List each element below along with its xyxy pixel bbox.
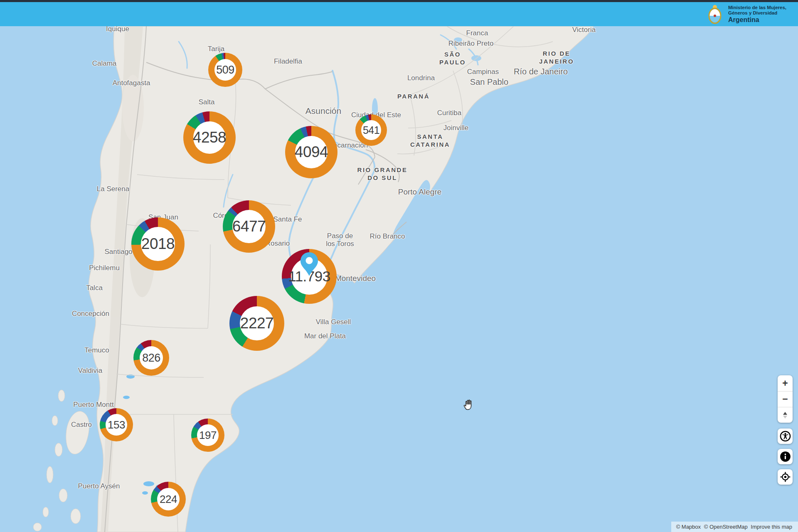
cluster-inner-circle: 541	[361, 120, 381, 140]
minus-icon: −	[782, 394, 788, 404]
locate-button[interactable]	[778, 469, 793, 485]
ministry-country: Argentina	[728, 16, 786, 24]
cluster-marker-2227[interactable]: 2227	[229, 296, 284, 351]
cluster-marker-2018[interactable]: 2018	[131, 217, 185, 271]
cluster-inner-circle: 826	[140, 346, 163, 369]
cluster-value: 197	[199, 429, 217, 442]
cluster-marker-4258[interactable]: 4258	[183, 111, 236, 164]
cluster-marker-541[interactable]: 541	[355, 114, 387, 146]
ministry-line1: Ministerio de las Mujeres,	[728, 5, 786, 10]
info-button[interactable]	[778, 449, 793, 464]
cluster-value: 541	[363, 124, 379, 136]
mapbox-attribution-link[interactable]: © Mapbox	[676, 524, 701, 530]
accessibility-icon	[780, 431, 791, 442]
cluster-marker-153[interactable]: 153	[100, 408, 133, 441]
map-application: IquiqueCalamaAntofagastaTarijaSaltaFilad…	[0, 0, 798, 532]
zoom-control-group: + −	[778, 375, 793, 423]
pitch-arrows-icon	[780, 410, 790, 420]
top-strip	[0, 0, 798, 2]
ministry-logo[interactable]: Ministerio de las Mujeres, Géneros y Div…	[705, 4, 786, 25]
cluster-inner-circle: 6477	[232, 210, 266, 243]
cluster-value: 826	[142, 352, 160, 365]
cluster-value: 153	[108, 419, 125, 431]
cluster-inner-circle: 153	[106, 414, 127, 436]
cluster-marker-826[interactable]: 826	[133, 340, 169, 376]
map-attribution: © Mapbox © OpenStreetMap Improve this ma…	[671, 522, 798, 532]
cluster-inner-circle: 2018	[141, 227, 175, 261]
locate-target-icon	[780, 471, 791, 483]
cluster-marker-224[interactable]: 224	[151, 482, 186, 517]
improve-map-link[interactable]: Improve this map	[751, 524, 792, 530]
header-bar: Ministerio de las Mujeres, Géneros y Div…	[0, 2, 798, 26]
cluster-inner-circle: 509	[214, 59, 236, 81]
cluster-value: 6477	[232, 218, 266, 235]
cluster-marker-11.793[interactable]: 11.793	[282, 249, 337, 304]
cluster-marker-197[interactable]: 197	[191, 419, 224, 452]
map-controls: + −	[778, 375, 793, 485]
cluster-marker-6477[interactable]: 6477	[223, 200, 275, 253]
cluster-inner-circle: 224	[157, 488, 180, 510]
cluster-marker-4094[interactable]: 4094	[285, 126, 337, 178]
cluster-value: 4094	[295, 143, 328, 161]
argentina-coat-of-arms-icon	[705, 4, 724, 25]
cluster-value: 2227	[240, 315, 273, 332]
cluster-value: 4258	[193, 129, 226, 146]
cluster-inner-circle: 197	[197, 424, 219, 446]
ministry-text: Ministerio de las Mujeres, Géneros y Div…	[728, 5, 786, 24]
cluster-value: 224	[160, 493, 177, 506]
cluster-inner-circle: 4094	[295, 136, 328, 168]
cluster-marker-509[interactable]: 509	[208, 53, 242, 87]
location-pin-icon	[300, 251, 319, 276]
ministry-line2: Géneros y Diversidad	[728, 10, 786, 16]
accessibility-button[interactable]	[778, 429, 793, 444]
info-icon	[780, 451, 791, 462]
zoom-out-button[interactable]: −	[778, 391, 793, 407]
pitch-toggle-button[interactable]	[778, 407, 793, 423]
zoom-in-button[interactable]: +	[778, 375, 793, 391]
cluster-value: 509	[216, 64, 234, 76]
cluster-marker-layer: 509425840945416477201811.793 22278261531…	[0, 0, 798, 532]
cluster-inner-circle: 4258	[193, 121, 226, 154]
osm-attribution-link[interactable]: © OpenStreetMap	[704, 524, 748, 530]
cluster-value: 2018	[141, 235, 175, 253]
plus-icon: +	[782, 379, 788, 388]
cluster-inner-circle: 2227	[240, 306, 274, 340]
